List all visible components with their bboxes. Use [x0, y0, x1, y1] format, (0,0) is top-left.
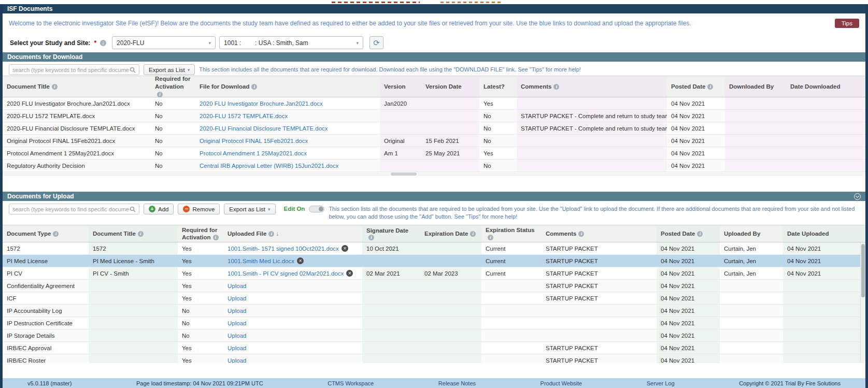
- uploaded-file-link[interactable]: 1001.Smith Med Lic.docx: [227, 258, 294, 264]
- download-table-row[interactable]: 2020 FLU Investigator Brochure.Jan2021.d…: [3, 97, 865, 110]
- column-header[interactable]: Document Titlei: [3, 81, 151, 92]
- column-header[interactable]: Posted Datei: [657, 225, 720, 242]
- column-header[interactable]: File for Downloadi: [195, 81, 380, 92]
- scrollbar-thumb[interactable]: [391, 173, 417, 176]
- info-icon[interactable]: i: [697, 231, 703, 237]
- column-header[interactable]: Version: [380, 76, 421, 97]
- column-header[interactable]: Downloaded By: [725, 76, 786, 97]
- column-header[interactable]: Signature Datei: [362, 225, 420, 242]
- download-file-link[interactable]: 2020-FLU Financial Disclosure TEMPLATE.d…: [200, 125, 328, 132]
- column-header[interactable]: Document Titlei: [89, 225, 178, 242]
- download-table-row[interactable]: 2020-FLU Financial Disclosure TEMPLATE.d…: [3, 122, 865, 135]
- upload-link[interactable]: Upload: [227, 308, 246, 314]
- uploaded-file-link[interactable]: 1001.Smith- 1571 signed 10Oct2021.docx: [227, 246, 339, 252]
- info-icon[interactable]: i: [368, 235, 374, 240]
- remove-file-icon[interactable]: ×: [341, 245, 348, 252]
- download-file-link[interactable]: 2020 FLU Investigator Brochure.Jan2021.d…: [200, 100, 323, 107]
- upload-table-row[interactable]: IRB/EC RosterYesUploadSTARTUP PACKET04 N…: [3, 354, 865, 363]
- column-header[interactable]: Commentsi: [542, 228, 657, 239]
- column-header[interactable]: Commentsi: [517, 76, 667, 97]
- footer-link-server-log[interactable]: Server Log: [647, 380, 675, 386]
- upload-table-row[interactable]: IRB/EC ApprovalYesUploadSTARTUP PACKET04…: [3, 342, 865, 354]
- upload-table-row[interactable]: 15721572Yes1001.Smith- 1571 signed 10Oct…: [3, 242, 865, 255]
- uploaded-file-link[interactable]: 1001.Smith - PI CV signed 02Mar2021.docx: [227, 270, 344, 277]
- info-icon[interactable]: i: [488, 235, 493, 240]
- footer-link-product-website[interactable]: Product Website: [540, 380, 582, 386]
- chevron-down-icon: ▾: [268, 207, 271, 212]
- upload-link[interactable]: Upload: [227, 333, 246, 339]
- horizontal-scrollbar[interactable]: [3, 172, 865, 176]
- vertical-scrollbar[interactable]: [860, 242, 865, 363]
- info-icon[interactable]: i: [578, 231, 584, 237]
- column-header[interactable]: Posted Datei: [667, 81, 725, 92]
- cell-file: Upload: [223, 329, 362, 341]
- upload-export-button[interactable]: Export as List ▾: [224, 204, 275, 214]
- download-search-box[interactable]: [9, 64, 139, 75]
- info-icon[interactable]: i: [213, 235, 219, 240]
- column-header-label: Date Uploaded: [787, 230, 829, 237]
- info-icon[interactable]: i: [52, 84, 58, 90]
- column-header[interactable]: Date Downloaded: [786, 76, 865, 97]
- upload-link[interactable]: Upload: [227, 320, 246, 326]
- footer-link-release-notes[interactable]: Release Notes: [438, 380, 476, 386]
- add-button[interactable]: + Add: [144, 204, 174, 214]
- info-icon[interactable]: i: [251, 84, 257, 90]
- column-header[interactable]: Expiration Statusi: [481, 225, 542, 243]
- cell-downloaded_by: [725, 135, 786, 147]
- cell-by: [720, 317, 783, 329]
- download-table-row[interactable]: Protocol Amendment 1 25May2021.docxNoPro…: [3, 147, 865, 160]
- edit-toggle[interactable]: [309, 206, 324, 212]
- info-icon[interactable]: i: [470, 231, 476, 237]
- upload-search-input[interactable]: [12, 206, 130, 212]
- upload-link[interactable]: Upload: [227, 345, 246, 351]
- upload-table-row[interactable]: IP Destruction CertificateNoUpload04 Nov…: [3, 317, 865, 329]
- download-table-row[interactable]: Regulatory Authority DecisionNoCentral I…: [3, 160, 865, 172]
- download-file-link[interactable]: 2020-FLU 1572 TEMPLATE.docx: [200, 113, 288, 119]
- tips-button[interactable]: Tips: [835, 19, 859, 28]
- column-header[interactable]: Uploaded Filei↓: [223, 228, 362, 239]
- download-search-input[interactable]: [12, 67, 130, 73]
- download-file-link[interactable]: Central IRB Approval Letter (WIRB) 15Jun…: [200, 163, 338, 169]
- column-header[interactable]: Required for Activationi: [178, 225, 223, 243]
- download-file-link[interactable]: Original Protocol FINAL 15Feb2021.docx: [200, 138, 308, 144]
- info-icon[interactable]: i: [157, 92, 163, 97]
- upload-table-row[interactable]: PI Med LicensePI Med License - SmithYes1…: [3, 255, 865, 267]
- upload-link[interactable]: Upload: [227, 295, 246, 301]
- info-icon[interactable]: i: [53, 231, 59, 237]
- column-header[interactable]: Latest?: [479, 81, 517, 92]
- scrollbar-thumb[interactable]: [861, 244, 865, 297]
- remove-file-icon[interactable]: ×: [297, 257, 304, 264]
- info-icon[interactable]: i: [138, 231, 144, 237]
- cell-required: No: [151, 97, 195, 109]
- cell-signature: [362, 292, 420, 304]
- upload-table-row[interactable]: ICFYesUploadSTARTUP PACKET04 Nov 2021: [3, 292, 865, 305]
- site-select[interactable]: 1001 : : USA : Smith, Sam ▾: [219, 36, 363, 49]
- upload-table-row[interactable]: IP Storage DetailsNoUpload04 Nov 2021: [3, 329, 865, 342]
- column-header[interactable]: Expiration Datei: [420, 225, 481, 242]
- sort-desc-icon[interactable]: ↓: [276, 231, 279, 237]
- footer-link-ctms-workspace[interactable]: CTMS Workspace: [328, 380, 374, 386]
- upload-table-row[interactable]: Confidentiality AgreementYesUploadSTARTU…: [3, 280, 865, 292]
- download-table-row[interactable]: 2020-FLU 1572 TEMPLATE.docxNo2020-FLU 15…: [3, 110, 865, 122]
- upload-table-row[interactable]: IP Accountability LogNoUpload04 Nov 2021: [3, 305, 865, 317]
- column-header[interactable]: Date Uploaded: [783, 225, 865, 242]
- column-header[interactable]: Required for Activationi: [151, 74, 195, 99]
- upload-table-row[interactable]: PI CVPI CV - SmithYes1001.Smith - PI CV …: [3, 267, 865, 280]
- column-header[interactable]: Document Typei: [3, 228, 89, 239]
- info-icon[interactable]: i: [707, 84, 713, 90]
- column-header[interactable]: Uploaded By: [720, 228, 783, 239]
- download-file-link[interactable]: Protocol Amendment 1 25May2021.docx: [200, 150, 307, 156]
- remove-button[interactable]: − Remove: [178, 204, 220, 214]
- study-select[interactable]: 2020-FLU ▾: [112, 36, 216, 49]
- remove-file-icon[interactable]: ×: [346, 270, 353, 277]
- download-table-row[interactable]: Original Protocol FINAL 15Feb2021.docxNo…: [3, 135, 865, 147]
- upload-link[interactable]: Upload: [227, 283, 246, 289]
- upload-search-box[interactable]: [9, 204, 139, 214]
- info-icon[interactable]: i: [100, 40, 106, 46]
- info-icon[interactable]: i: [553, 84, 559, 90]
- refresh-button[interactable]: ⟳: [369, 36, 383, 49]
- column-header[interactable]: Version Date: [421, 76, 479, 97]
- info-icon[interactable]: i: [268, 231, 274, 237]
- upload-link[interactable]: Upload: [227, 357, 246, 364]
- collapse-section-icon[interactable]: [854, 193, 861, 200]
